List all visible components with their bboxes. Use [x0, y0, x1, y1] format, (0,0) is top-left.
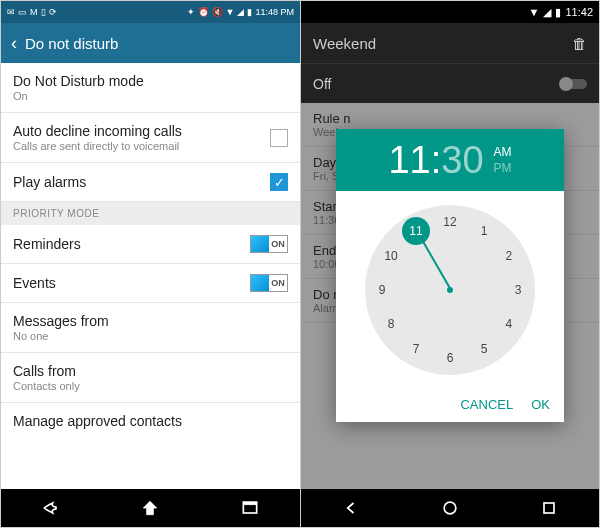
auto-decline-item[interactable]: Auto decline incoming calls Calls are se…	[1, 113, 300, 163]
pm-toggle[interactable]: PM	[494, 161, 512, 175]
clock-hour-12[interactable]: 12	[439, 211, 461, 233]
clock-hour-5[interactable]: 5	[473, 338, 495, 360]
off-switch[interactable]	[561, 79, 587, 89]
nav-back-icon[interactable]	[341, 498, 361, 518]
back-icon[interactable]: ‹	[11, 33, 17, 54]
hour[interactable]: 11	[388, 139, 430, 181]
item-value: Calls are sent directly to voicemail	[13, 140, 182, 152]
play-alarms-checkbox[interactable]: ✓	[270, 173, 288, 191]
settings-list[interactable]: Do Not Disturb mode On Auto decline inco…	[1, 63, 300, 489]
nav-bar	[301, 489, 599, 527]
am-toggle[interactable]: AM	[494, 145, 512, 159]
minute[interactable]: 30	[441, 139, 483, 181]
sim-icon: ▯	[41, 7, 46, 17]
gmail-icon: M	[30, 7, 38, 17]
item-label: Do Not Disturb mode	[13, 73, 144, 89]
clock-hour-2[interactable]: 2	[498, 245, 520, 267]
off-label: Off	[313, 76, 331, 92]
dnd-mode-item[interactable]: Do Not Disturb mode On	[1, 63, 300, 113]
status-bar: ▼ ◢ ▮ 11:42	[301, 1, 599, 23]
svg-point-2	[444, 502, 456, 514]
messages-from-item[interactable]: Messages from No one	[1, 303, 300, 353]
svg-rect-3	[544, 503, 554, 513]
gps-icon: ✦	[187, 7, 195, 17]
app-bar: ‹ Do not disturb	[1, 23, 300, 63]
clock-hour-10[interactable]: 10	[380, 245, 402, 267]
status-bar: ✉ ▭ M ▯ ⟳ ✦ ⏰ 🔇 ▼ ◢ ▮ 11:48 PM	[1, 1, 300, 23]
delete-icon[interactable]: 🗑	[572, 35, 587, 52]
toolbar-title: Weekend	[313, 35, 376, 52]
chat-icon: ▭	[18, 7, 27, 17]
nav-recent-icon[interactable]	[240, 498, 260, 518]
reminders-toggle[interactable]: ON	[250, 235, 288, 253]
manage-contacts-item[interactable]: Manage approved contacts	[1, 403, 300, 439]
clock-hour-1[interactable]: 1	[473, 220, 495, 242]
reminders-item[interactable]: Reminders ON	[1, 225, 300, 264]
item-label: Auto decline incoming calls	[13, 123, 182, 139]
battery-icon: ▮	[555, 6, 561, 19]
alarm-icon: ⏰	[198, 7, 209, 17]
nav-recent-icon[interactable]	[539, 498, 559, 518]
auto-decline-checkbox[interactable]	[270, 129, 288, 147]
item-label: Messages from	[13, 313, 109, 329]
calls-from-item[interactable]: Calls from Contacts only	[1, 353, 300, 403]
item-value: Contacts only	[13, 380, 80, 392]
nav-home-icon[interactable]	[440, 498, 460, 518]
page-title: Do not disturb	[25, 35, 118, 52]
item-value: On	[13, 90, 144, 102]
clock-hour-7[interactable]: 7	[405, 338, 427, 360]
item-label: Manage approved contacts	[13, 413, 182, 429]
clock-hour-4[interactable]: 4	[498, 313, 520, 335]
nav-home-icon[interactable]	[140, 498, 160, 518]
toolbar: Weekend 🗑	[301, 23, 599, 63]
clock-hour-6[interactable]: 6	[439, 347, 461, 369]
status-icons-right: ✦ ⏰ 🔇 ▼ ◢ ▮ 11:48 PM	[187, 7, 294, 17]
play-alarms-item[interactable]: Play alarms ✓	[1, 163, 300, 202]
item-value: No one	[13, 330, 109, 342]
time-picker-dialog: 11:30 AM PM 12345678910111211 CANCEL OK	[336, 129, 564, 422]
item-label: Events	[13, 275, 56, 291]
events-item[interactable]: Events ON	[1, 264, 300, 303]
item-label: Reminders	[13, 236, 81, 252]
item-label: Play alarms	[13, 174, 86, 190]
clock-selected-hour[interactable]: 11	[402, 217, 430, 245]
events-toggle[interactable]: ON	[250, 274, 288, 292]
time-display[interactable]: 11:30	[388, 139, 483, 182]
signal-icon: ◢	[237, 7, 244, 17]
status-time: 11:42	[565, 6, 593, 18]
clock-hour-9[interactable]: 9	[371, 279, 393, 301]
svg-rect-1	[243, 502, 256, 505]
nav-bar	[1, 489, 300, 527]
wifi-icon: ▼	[226, 7, 235, 17]
sync-icon: ⟳	[49, 7, 57, 17]
clock-hour-3[interactable]: 3	[507, 279, 529, 301]
off-row[interactable]: Off	[301, 63, 599, 103]
mute-icon: 🔇	[212, 7, 223, 17]
status-time: 11:48 PM	[255, 7, 294, 17]
status-icons-left: ✉ ▭ M ▯ ⟳	[7, 7, 57, 17]
dialog-header: 11:30 AM PM	[336, 129, 564, 191]
item-label: Calls from	[13, 363, 80, 379]
battery-icon: ▮	[247, 7, 252, 17]
section-header: PRIORITY MODE	[1, 202, 300, 225]
ok-button[interactable]: OK	[531, 397, 550, 412]
mail-icon: ✉	[7, 7, 15, 17]
clock-hour-8[interactable]: 8	[380, 313, 402, 335]
clock-face[interactable]: 12345678910111211	[365, 205, 535, 375]
nav-back-icon[interactable]	[41, 498, 61, 518]
signal-icon: ◢	[543, 6, 551, 19]
wifi-icon: ▼	[529, 6, 540, 18]
cancel-button[interactable]: CANCEL	[460, 397, 513, 412]
